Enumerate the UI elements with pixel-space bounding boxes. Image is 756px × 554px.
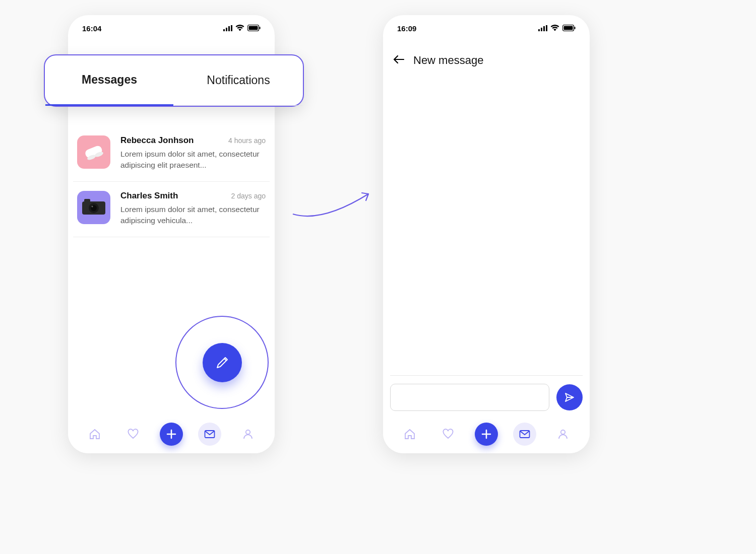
tab-label: Notifications [207,74,270,87]
send-icon [564,392,575,403]
phone-right: 16:09 New message [383,15,590,453]
status-time: 16:09 [397,24,416,33]
phone-left: 16:04 Reb [68,15,275,453]
compose-fab[interactable] [203,343,242,382]
svg-point-13 [92,205,93,207]
nav-add[interactable] [160,423,183,446]
svg-point-12 [91,205,97,211]
nav-add[interactable] [475,423,498,446]
message-list: Rebecca Jonhson 4 hours ago Lorem ipsum … [68,126,275,237]
battery-icon [562,24,576,33]
nav-home[interactable] [83,423,106,446]
flow-arrow [290,186,376,222]
thread-name: Charles Smith [120,191,178,201]
svg-rect-14 [84,199,90,202]
heart-icon [127,428,139,440]
wifi-icon [550,24,559,33]
svg-rect-6 [260,27,261,29]
compose-input[interactable] [390,384,549,411]
message-thread[interactable]: Charles Smith 2 days ago Lorem ipsum dol… [73,182,270,237]
status-icons [538,24,576,33]
svg-rect-20 [546,25,547,31]
back-button[interactable] [393,55,404,66]
page-title: New message [413,54,483,67]
heart-icon [442,428,454,440]
wifi-icon [235,24,244,33]
thread-time: 2 days ago [231,192,266,200]
svg-rect-1 [226,28,227,31]
user-icon [557,428,569,440]
new-message-header: New message [383,36,590,72]
tabs-highlight: Messages Notifications [44,54,304,107]
nav-favorites[interactable] [121,423,145,446]
message-thread[interactable]: Rebecca Jonhson 4 hours ago Lorem ipsum … [73,126,270,182]
thread-time: 4 hours ago [228,136,266,145]
thread-preview: Lorem ipsum dolor sit amet, consectetur … [120,204,266,227]
status-time: 16:04 [82,24,101,33]
nav-favorites[interactable] [436,423,460,446]
svg-rect-0 [223,29,225,31]
pencil-icon [215,355,230,370]
svg-rect-5 [249,26,258,30]
status-icons [223,24,261,33]
tab-label: Messages [82,73,137,87]
thread-name: Rebecca Jonhson [120,135,194,146]
user-icon [242,428,254,440]
svg-rect-19 [543,26,545,31]
svg-rect-2 [228,26,230,31]
status-bar: 16:09 [383,15,590,36]
compose-bar [390,375,583,411]
plus-icon [166,429,177,440]
bottom-nav [383,415,590,453]
svg-rect-18 [541,28,542,31]
nav-messages[interactable] [513,423,536,446]
svg-point-16 [246,430,250,434]
svg-rect-22 [564,26,573,30]
thread-preview: Lorem ipsum dolor sit amet, consectetur … [120,149,266,171]
arrow-left-icon [393,55,404,64]
nav-profile[interactable] [551,423,575,446]
home-icon [89,428,101,440]
battery-icon [247,24,261,33]
home-icon [404,428,416,440]
thread-thumbnail [77,191,110,224]
cellular-icon [538,24,547,33]
nav-messages[interactable] [198,423,221,446]
send-button[interactable] [556,384,583,410]
cellular-icon [223,24,232,33]
mail-icon [204,428,216,440]
nav-home[interactable] [398,423,421,446]
plus-icon [481,429,492,440]
thread-thumbnail [77,135,110,169]
svg-point-26 [561,430,565,434]
svg-rect-3 [231,25,232,31]
tab-notifications[interactable]: Notifications [174,55,302,106]
tab-messages[interactable]: Messages [45,55,173,106]
status-bar: 16:04 [68,15,275,36]
nav-profile[interactable] [236,423,260,446]
mail-icon [519,428,531,440]
svg-rect-23 [575,27,576,29]
svg-rect-17 [538,29,540,31]
bottom-nav [68,415,275,453]
